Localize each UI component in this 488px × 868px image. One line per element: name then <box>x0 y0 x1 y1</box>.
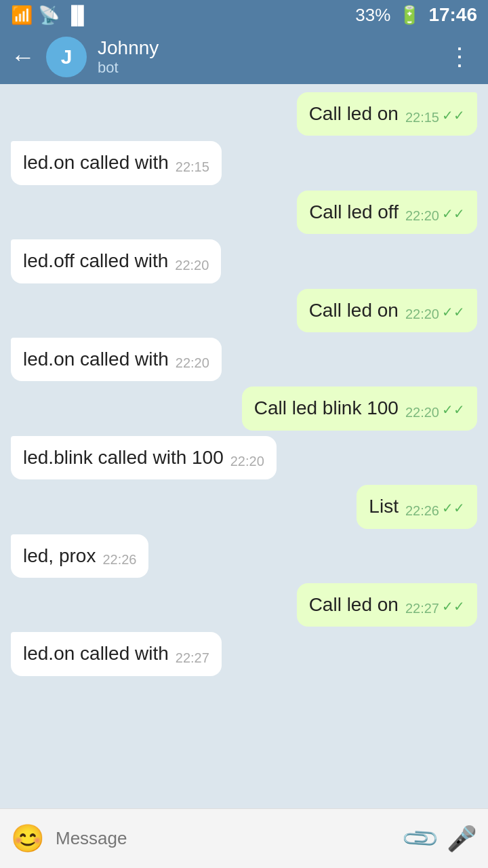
message-row: Call led on22:15✓✓ <box>11 92 477 136</box>
wifi-icon: 📡 <box>38 5 60 26</box>
header-info: Johnny bot <box>98 37 431 77</box>
message-text: Call led on <box>309 300 399 321</box>
message-row: led.on called with22:15 <box>11 141 477 184</box>
message-row: List22:26✓✓ <box>11 485 477 528</box>
message-bubble: led.blink called with 10022:20 <box>11 436 277 479</box>
read-tick: ✓✓ <box>442 303 465 321</box>
message-row: Call led off22:20✓✓ <box>11 191 477 234</box>
read-tick: ✓✓ <box>442 499 465 517</box>
message-text: led.blink called with 100 <box>23 447 224 468</box>
back-button[interactable]: ← <box>11 43 35 71</box>
message-row: Call led blink 10022:20✓✓ <box>11 387 477 430</box>
message-text: Call led off <box>309 201 399 222</box>
message-bubble: led.on called with22:15 <box>11 141 222 184</box>
input-bar: 😊 📎 🎤 <box>0 808 488 868</box>
message-bubble: Call led off22:20✓✓ <box>297 191 477 234</box>
read-tick: ✓✓ <box>442 401 465 418</box>
message-text: led.on called with <box>23 643 169 664</box>
message-row: led.on called with22:20 <box>11 338 477 381</box>
message-bubble: led.on called with22:27 <box>11 632 222 675</box>
message-time: 22:27 <box>405 599 439 617</box>
chat-area: Call led on22:15✓✓led.on called with22:1… <box>0 84 488 808</box>
battery-icon: 🔋 <box>399 5 420 26</box>
message-time: 22:15 <box>176 158 209 176</box>
contact-name: Johnny <box>98 37 431 59</box>
message-row: Call led on22:20✓✓ <box>11 289 477 332</box>
message-row: led.off called with22:20 <box>11 239 477 283</box>
network-icon: ▐▌ <box>65 5 90 26</box>
clock: 17:46 <box>428 4 477 26</box>
message-time: 22:27 <box>176 649 209 667</box>
status-bar: 📶 📡 ▐▌ 33% 🔋 17:46 <box>0 0 488 30</box>
message-text: Call led on <box>309 103 399 124</box>
message-text: led.on called with <box>23 349 169 370</box>
message-text: Call led on <box>309 594 399 615</box>
message-bubble: List22:26✓✓ <box>357 485 477 528</box>
message-time: 22:20 <box>405 403 439 421</box>
message-row: led.blink called with 10022:20 <box>11 436 477 479</box>
mic-button[interactable]: 🎤 <box>447 825 477 853</box>
message-bubble: Call led on22:20✓✓ <box>297 289 477 332</box>
message-bubble: led, prox22:26 <box>11 534 148 578</box>
message-time: 22:26 <box>102 551 136 568</box>
emoji-button[interactable]: 😊 <box>11 823 45 854</box>
message-time: 22:15 <box>405 108 439 126</box>
message-time: 22:26 <box>405 502 439 519</box>
message-time: 22:20 <box>175 256 209 274</box>
message-time: 22:20 <box>230 452 264 470</box>
message-bubble: Call led on22:27✓✓ <box>297 583 477 627</box>
message-text: led, prox <box>23 545 96 566</box>
contact-status: bot <box>98 59 431 77</box>
read-tick: ✓✓ <box>442 106 465 124</box>
chat-header: ← J Johnny bot ⋮ <box>0 30 488 84</box>
read-tick: ✓✓ <box>442 205 465 222</box>
message-bubble: Call led blink 10022:20✓✓ <box>242 387 477 430</box>
more-options-button[interactable]: ⋮ <box>442 37 477 77</box>
message-row: led.on called with22:27 <box>11 632 477 675</box>
message-text: led.on called with <box>23 152 169 173</box>
attach-button[interactable]: 📎 <box>400 818 442 860</box>
message-input[interactable] <box>56 823 394 854</box>
message-time: 22:20 <box>405 305 439 323</box>
message-text: led.off called with <box>23 250 168 271</box>
message-text: Call led blink 100 <box>254 397 399 418</box>
message-bubble: Call led on22:15✓✓ <box>297 92 477 136</box>
read-tick: ✓✓ <box>442 597 465 615</box>
battery-text: 33% <box>355 5 390 26</box>
signal-icon: 📶 <box>11 5 33 26</box>
message-text: List <box>369 496 399 517</box>
message-row: led, prox22:26 <box>11 534 477 578</box>
message-row: Call led on22:27✓✓ <box>11 583 477 627</box>
message-time: 22:20 <box>405 207 439 224</box>
avatar: J <box>46 37 87 77</box>
message-bubble: led.on called with22:20 <box>11 338 222 381</box>
message-bubble: led.off called with22:20 <box>11 239 221 283</box>
message-time: 22:20 <box>176 354 209 372</box>
